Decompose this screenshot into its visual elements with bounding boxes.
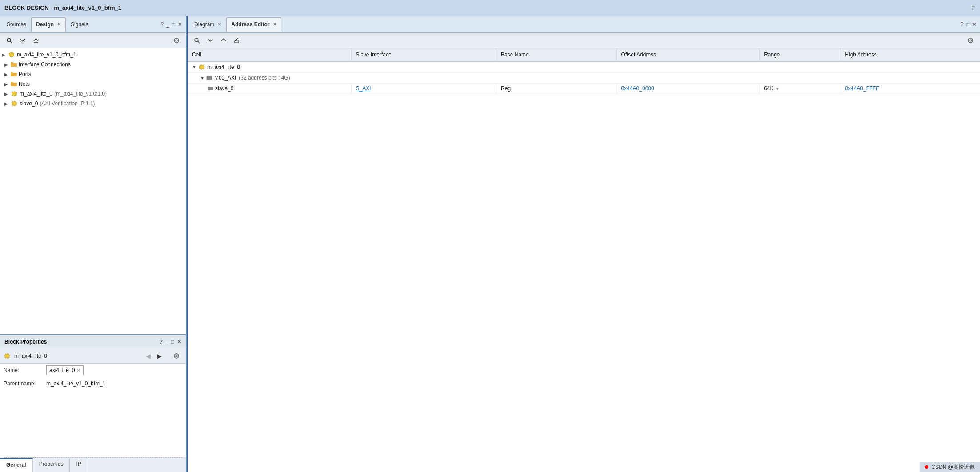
expand-all-button[interactable] bbox=[17, 35, 28, 46]
tab-sources[interactable]: Sources bbox=[2, 17, 31, 32]
collapse-all-button[interactable] bbox=[30, 35, 42, 46]
bp-name-value: axi4_lite_0 bbox=[49, 367, 75, 373]
interface-arrow[interactable]: ▶ bbox=[4, 62, 11, 67]
bp-header-controls: ? _ □ ✕ bbox=[160, 339, 181, 345]
bp-minimize-btn[interactable]: _ bbox=[165, 339, 168, 345]
left-toolbar bbox=[0, 33, 186, 48]
root-gear-icon bbox=[8, 51, 15, 58]
tree-item-slave-0[interactable]: ▶ slave_0 (AXI Verification IP:1.1) bbox=[0, 99, 186, 108]
tab-close-btn[interactable]: ✕ bbox=[178, 21, 182, 28]
group-row-expand[interactable]: ▼ bbox=[192, 64, 196, 69]
right-edit-btn[interactable] bbox=[231, 35, 243, 46]
bp-parent-name-row: Parent name: m_axi4_lite_v1_0_bfm_1 bbox=[0, 377, 186, 390]
main-container: Sources Design ✕ Signals ? _ □ ✕ bbox=[0, 16, 980, 472]
svg-line-15 bbox=[208, 39, 210, 41]
svg-point-13 bbox=[195, 38, 198, 42]
cell-slave-interface: S_AXI bbox=[351, 83, 496, 94]
table-row-subgroup[interactable]: ▼ M00_AXI (32 address bits : 4G) bbox=[188, 72, 980, 83]
tab-signals[interactable]: Signals bbox=[66, 17, 93, 32]
title-bar-text: BLOCK DESIGN - m_axi4_lite_v1_0_bfm_1 bbox=[4, 4, 121, 11]
table-row-group[interactable]: ▼ m_axi4_lite_0 bbox=[188, 61, 980, 72]
slave-interface-link[interactable]: S_AXI bbox=[356, 85, 371, 92]
settings-button[interactable] bbox=[171, 35, 182, 46]
bp-name-input[interactable]: axi4_lite_0 ✕ bbox=[46, 365, 84, 375]
bp-back-btn[interactable]: ◀ bbox=[144, 352, 152, 360]
right-settings-btn[interactable] bbox=[965, 35, 976, 46]
bp-tab-ip[interactable]: IP bbox=[70, 458, 88, 472]
block-properties-title: Block Properties bbox=[4, 339, 47, 345]
help-button[interactable]: ? bbox=[972, 4, 975, 11]
col-slave-interface: Slave Interface bbox=[351, 48, 496, 61]
right-search-btn[interactable] bbox=[191, 35, 203, 46]
right-expand-btn[interactable] bbox=[204, 35, 216, 46]
folder-icon-interface bbox=[11, 62, 17, 67]
bp-tab-general[interactable]: General bbox=[0, 458, 33, 472]
red-dot-indicator bbox=[925, 465, 928, 469]
tab-restore-btn[interactable]: □ bbox=[172, 21, 175, 28]
right-toolbar bbox=[188, 33, 980, 48]
table-row-slave-0[interactable]: slave_0 S_AXI Reg 0x44A0_0000 64K bbox=[188, 83, 980, 94]
tree-item-nets[interactable]: ▶ Nets bbox=[0, 79, 186, 89]
m-axi4-lite-0-label: m_axi4_lite_0 bbox=[20, 91, 52, 97]
cell-slave-0-cell: slave_0 bbox=[188, 83, 351, 94]
root-arrow[interactable]: ▶ bbox=[2, 52, 8, 57]
gear-icon-m-axi4 bbox=[11, 90, 18, 97]
m-axi4-lite-0-arrow[interactable]: ▶ bbox=[4, 92, 11, 96]
tree-item-interface-connections[interactable]: ▶ Interface Connections bbox=[0, 60, 186, 69]
tab-diagram[interactable]: Diagram ✕ bbox=[189, 17, 226, 32]
slave-0-arrow[interactable]: ▶ bbox=[4, 101, 11, 106]
bp-settings-icon bbox=[173, 353, 180, 359]
bp-close-btn[interactable]: ✕ bbox=[177, 339, 181, 345]
tab-address-editor-close[interactable]: ✕ bbox=[273, 22, 276, 27]
m-axi4-lite-0-sublabel: (m_axi4_lite_v1.0:1.0) bbox=[54, 91, 107, 97]
slave-0-sublabel: (AXI Verification IP:1.1) bbox=[40, 100, 95, 107]
svg-line-14 bbox=[198, 41, 200, 43]
bp-help-btn[interactable]: ? bbox=[160, 339, 163, 345]
bp-name-row: Name: axi4_lite_0 ✕ bbox=[0, 364, 186, 377]
bp-restore-btn[interactable]: □ bbox=[171, 339, 174, 345]
cell-high-address: 0x44A0_FFFF bbox=[840, 83, 980, 94]
tab-diagram-close[interactable]: ✕ bbox=[218, 22, 221, 27]
cell-offset-address: 0x44A0_0000 bbox=[616, 83, 760, 94]
ports-arrow[interactable]: ▶ bbox=[4, 72, 11, 77]
right-collapse-icon bbox=[220, 37, 227, 44]
bp-settings-btn[interactable] bbox=[171, 351, 182, 361]
bp-selected-item: m_axi4_lite_0 bbox=[14, 353, 47, 359]
block-properties-panel: Block Properties ? _ □ ✕ m_axi4_lite_0 ◀… bbox=[0, 334, 186, 472]
nets-arrow[interactable]: ▶ bbox=[4, 82, 11, 87]
group-gear-icon bbox=[198, 64, 205, 71]
slave-0-cell-label: slave_0 bbox=[215, 85, 233, 92]
gear-icon-slave-0 bbox=[11, 100, 18, 107]
tree-item-m-axi4-lite-0[interactable]: ▶ m_axi4_lite_0 (m_axi4_lite_v1.0:1.0) bbox=[0, 89, 186, 99]
svg-line-3 bbox=[23, 39, 25, 41]
right-collapse-btn[interactable] bbox=[218, 35, 229, 46]
bottom-bar-text: CSDN @高阶近似 bbox=[931, 464, 975, 471]
bp-tab-properties[interactable]: Properties bbox=[33, 458, 70, 472]
range-dropdown[interactable]: ▼ bbox=[776, 86, 780, 91]
bp-name-clear[interactable]: ✕ bbox=[76, 368, 80, 373]
bp-forward-btn[interactable]: ▶ bbox=[155, 352, 164, 360]
svg-line-5 bbox=[23, 41, 25, 44]
subgroup-row-cell: ▼ M00_AXI (32 address bits : 4G) bbox=[188, 72, 980, 83]
range-value: 64K bbox=[764, 85, 773, 92]
tab-design[interactable]: Design ✕ bbox=[31, 17, 66, 32]
root-label: m_axi4_lite_v1_0_bfm_1 bbox=[17, 52, 76, 58]
group-row-label: m_axi4_lite_0 bbox=[207, 64, 240, 70]
right-close-btn[interactable]: ✕ bbox=[972, 21, 976, 28]
cell-base-name: Reg bbox=[496, 83, 617, 94]
subgroup-sublabel: (32 address bits : 4G) bbox=[239, 75, 290, 81]
chip-icon-slave-0 bbox=[208, 87, 213, 90]
subgroup-row-expand[interactable]: ▼ bbox=[200, 76, 204, 80]
tab-help-btn[interactable]: ? bbox=[160, 21, 164, 28]
right-help-btn[interactable]: ? bbox=[960, 21, 964, 28]
tree-root[interactable]: ▶ m_axi4_lite_v1_0_bfm_1 bbox=[0, 50, 186, 60]
tree-item-ports[interactable]: ▶ Ports bbox=[0, 69, 186, 79]
bp-parent-label: Parent name: bbox=[4, 380, 44, 387]
search-button[interactable] bbox=[4, 35, 15, 46]
interface-connections-label: Interface Connections bbox=[19, 61, 71, 68]
block-properties-header: Block Properties ? _ □ ✕ bbox=[0, 335, 186, 348]
right-restore-btn[interactable]: □ bbox=[966, 21, 969, 28]
tab-address-editor[interactable]: Address Editor ✕ bbox=[226, 17, 281, 32]
tab-minimize-btn[interactable]: _ bbox=[166, 21, 169, 28]
tab-design-close[interactable]: ✕ bbox=[57, 22, 61, 27]
